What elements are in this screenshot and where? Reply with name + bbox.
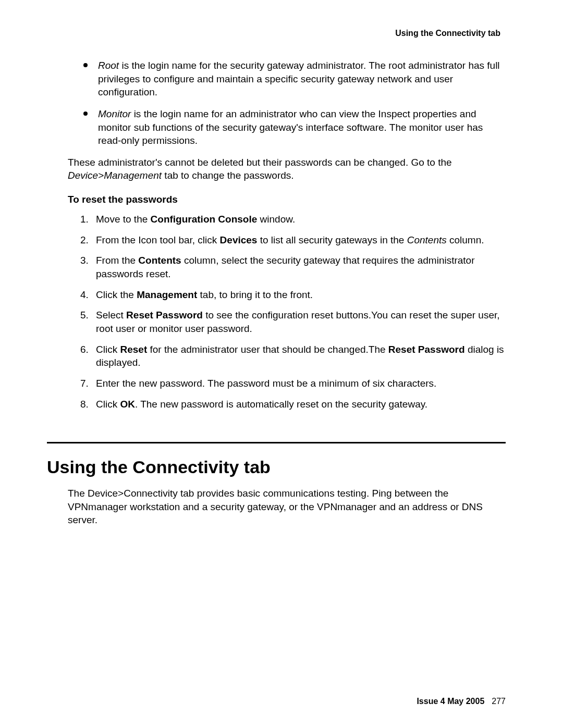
device-management-ref: Device>Management <box>68 170 162 181</box>
text: Click <box>96 344 120 355</box>
step-7: Enter the new password. The password mus… <box>68 377 506 390</box>
text: Select <box>96 310 126 320</box>
text: Click the <box>96 289 137 300</box>
text: From the Icon tool bar, click <box>96 235 220 245</box>
step-3: From the Contents column, select the sec… <box>68 254 506 280</box>
page: Using the Connectivity tab Root is the l… <box>0 0 563 728</box>
ui-ref: Management <box>137 289 197 300</box>
bullet-list: Root is the login name for the security … <box>68 59 506 147</box>
text: to list all security gateways in the <box>257 235 407 245</box>
text: is the login name for an administrator w… <box>98 108 483 146</box>
step-2: From the Icon tool bar, click Devices to… <box>68 233 506 247</box>
page-number: 277 <box>492 697 506 706</box>
step-4: Click the Management tab, to bring it to… <box>68 288 506 302</box>
text: These administrator's cannot be deleted … <box>68 157 452 168</box>
ui-ref: Configuration Console <box>151 214 258 225</box>
ui-ref: Reset Password <box>388 344 465 355</box>
procedure-heading: To reset the passwords <box>68 194 506 205</box>
ui-ref: OK <box>120 399 135 410</box>
text: for the administrator user that should b… <box>147 344 388 355</box>
step-8: Click OK. The new password is automatica… <box>68 398 506 411</box>
step-1: Move to the Configuration Console window… <box>68 213 506 226</box>
intro-paragraph: These administrator's cannot be deleted … <box>68 156 506 182</box>
text: Move to the <box>96 214 151 225</box>
section-body: The Device>Connectivity tab provides bas… <box>68 487 506 527</box>
step-5: Select Reset Password to see the configu… <box>68 309 506 335</box>
ui-ref: Reset Password <box>126 310 203 320</box>
page-footer: Issue 4 May 2005277 <box>417 697 506 706</box>
text: column. <box>447 235 484 245</box>
running-header: Using the Connectivity tab <box>47 29 506 38</box>
text: . The new password is automatically rese… <box>135 399 427 410</box>
text: Enter the new password. The password mus… <box>96 378 436 389</box>
text: tab to change the passwords. <box>162 170 294 181</box>
term-root: Root <box>98 60 119 71</box>
text: From the <box>96 255 138 266</box>
section-paragraph: The Device>Connectivity tab provides bas… <box>68 487 506 527</box>
bullet-root: Root is the login name for the security … <box>68 59 506 99</box>
text: tab, to bring it to the front. <box>197 289 313 300</box>
section-title: Using the Connectivity tab <box>47 457 506 477</box>
section-divider <box>47 442 506 443</box>
term-monitor: Monitor <box>98 108 131 119</box>
ui-ref: Devices <box>220 235 258 245</box>
text: Click <box>96 399 120 410</box>
procedure-steps: Move to the Configuration Console window… <box>68 213 506 411</box>
content-block: Root is the login name for the security … <box>68 59 506 411</box>
issue-date: Issue 4 May 2005 <box>417 697 484 706</box>
bullet-monitor: Monitor is the login name for an adminis… <box>68 107 506 147</box>
text: is the login name for the security gatew… <box>98 60 500 97</box>
ui-ref: Reset <box>120 344 147 355</box>
ui-ref: Contents <box>138 255 181 266</box>
text: window. <box>257 214 295 225</box>
step-6: Click Reset for the administrator user t… <box>68 343 506 369</box>
ui-ref-ital: Contents <box>407 235 447 245</box>
